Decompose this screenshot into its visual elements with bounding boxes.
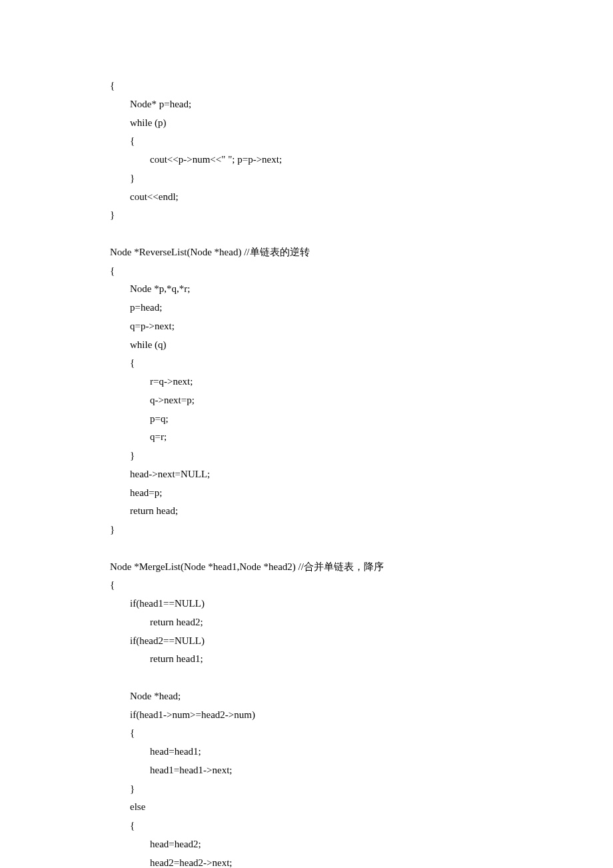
code-page: { Node* p=head; while (p) { cout<<p->num… — [0, 0, 613, 868]
code-block: { Node* p=head; while (p) { cout<<p->num… — [110, 80, 384, 868]
